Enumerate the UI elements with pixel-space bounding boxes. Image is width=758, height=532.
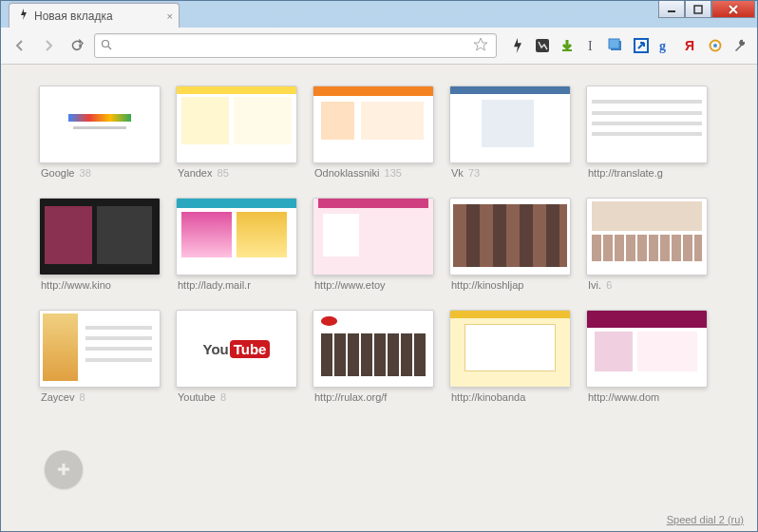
tile-thumbnail: [39, 198, 161, 276]
browser-window: Новая вкладка × I g Я: [0, 0, 758, 532]
svg-rect-1: [694, 6, 702, 13]
tile-label: Youtube 8: [176, 388, 297, 403]
svg-text:I: I: [588, 39, 593, 53]
tile-label: Vk 73: [449, 163, 571, 179]
titlebar: Новая вкладка ×: [1, 1, 757, 28]
svg-rect-5: [562, 49, 572, 51]
speed-dial-tile[interactable]: http://lady.mail.r: [176, 198, 297, 304]
ext-download-icon[interactable]: [558, 36, 577, 55]
ext-images-icon[interactable]: [607, 36, 626, 55]
tile-thumbnail: [449, 86, 571, 163]
minimize-button[interactable]: [658, 1, 685, 18]
tile-thumbnail: [39, 310, 161, 388]
tile-thumbnail: [449, 310, 571, 388]
tile-label: http://www.etoy: [313, 276, 434, 291]
tile-label: Ivi. 6: [586, 276, 708, 291]
reload-button[interactable]: [66, 35, 88, 56]
search-icon: [101, 39, 114, 53]
speed-dial-tile[interactable]: http://www.etoy: [313, 198, 434, 304]
tile-label: Google 38: [39, 163, 161, 179]
extension-icons: I g Я: [502, 36, 749, 55]
tile-thumbnail: [39, 86, 161, 163]
close-window-button[interactable]: [711, 1, 755, 18]
toolbar: I g Я: [1, 28, 757, 65]
footer-link[interactable]: Speed dial 2 (ru): [667, 514, 744, 525]
tile-label: http://kinoshljap: [449, 276, 571, 291]
window-controls: [658, 1, 755, 18]
tile-label: http://translate.g: [586, 163, 708, 179]
ext-share-icon[interactable]: [632, 36, 651, 55]
tile-label: http://lady.mail.r: [176, 276, 297, 291]
ext-capture-icon[interactable]: [533, 36, 552, 55]
speed-dial-tile[interactable]: Ivi. 6: [586, 198, 708, 304]
address-bar[interactable]: [94, 33, 497, 58]
add-tile-button[interactable]: [45, 450, 83, 488]
speed-dial-tile[interactable]: http://www.kino: [39, 198, 161, 304]
speed-dial-tile[interactable]: http://kinobanda: [449, 310, 571, 416]
tile-thumbnail: [313, 86, 434, 163]
svg-point-13: [713, 44, 717, 48]
tile-thumbnail: [586, 86, 708, 163]
tile-thumbnail: [313, 310, 434, 388]
ext-google-icon[interactable]: g: [656, 36, 675, 55]
tile-label: Zaycev 8: [39, 388, 161, 403]
speed-dial-tile[interactable]: YouTubeYoutube 8: [176, 310, 297, 416]
url-input[interactable]: [118, 39, 473, 53]
svg-rect-8: [609, 39, 619, 48]
speed-dial-tile[interactable]: Vk 73: [449, 86, 571, 192]
speed-dial-tile[interactable]: Zaycev 8: [39, 310, 161, 416]
tile-thumbnail: [176, 86, 297, 163]
bolt-icon: [19, 9, 28, 23]
plus-icon: [55, 461, 72, 478]
browser-tab[interactable]: Новая вкладка ×: [9, 3, 180, 28]
tile-label: http://rulax.org/f: [313, 388, 434, 403]
speed-dial-tile[interactable]: http://www.dom: [586, 310, 708, 416]
ext-settings-gear-icon[interactable]: [706, 36, 725, 55]
bookmark-star-icon[interactable]: [473, 37, 490, 55]
tab-title: Новая вкладка: [34, 10, 113, 23]
ext-wrench-icon[interactable]: [730, 36, 749, 55]
svg-point-2: [103, 40, 109, 47]
tile-thumbnail: YouTube: [176, 310, 297, 388]
back-button[interactable]: [9, 35, 31, 56]
tile-thumbnail: [586, 310, 708, 388]
tile-label: http://www.dom: [586, 388, 708, 403]
tile-thumbnail: [586, 198, 708, 276]
ext-yandex-icon[interactable]: Я: [681, 36, 700, 55]
tile-thumbnail: [176, 198, 297, 276]
tile-label: http://kinobanda: [449, 388, 571, 403]
svg-line-3: [108, 47, 111, 49]
speed-dial-tile[interactable]: Yandex 85: [176, 86, 297, 192]
ext-bolt-icon[interactable]: [508, 36, 527, 55]
ext-cursor-icon[interactable]: I: [582, 36, 601, 55]
tile-grid: Google 38Yandex 85Odnoklassniki 135Vk 73…: [39, 86, 719, 416]
svg-text:g: g: [659, 39, 666, 53]
speed-dial-tile[interactable]: http://kinoshljap: [449, 198, 571, 304]
tile-thumbnail: [449, 198, 571, 276]
speed-dial-tile[interactable]: Google 38: [39, 86, 161, 192]
maximize-button[interactable]: [685, 1, 711, 18]
speed-dial-page: Google 38Yandex 85Odnoklassniki 135Vk 73…: [1, 65, 757, 531]
tile-label: Yandex 85: [176, 163, 297, 179]
speed-dial-tile[interactable]: http://translate.g: [586, 86, 708, 192]
speed-dial-tile[interactable]: http://rulax.org/f: [313, 310, 434, 416]
speed-dial-tile[interactable]: Odnoklassniki 135: [313, 86, 434, 192]
close-icon[interactable]: ×: [167, 10, 173, 22]
tile-thumbnail: [313, 198, 434, 276]
tile-label: http://www.kino: [39, 276, 161, 291]
forward-button[interactable]: [37, 35, 60, 56]
tile-label: Odnoklassniki 135: [313, 163, 434, 179]
svg-text:Я: Я: [685, 38, 694, 53]
